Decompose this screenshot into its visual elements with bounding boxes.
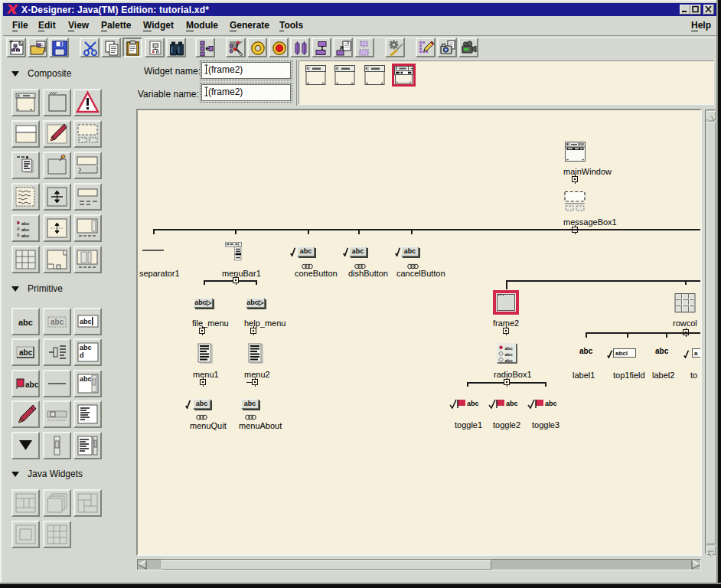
svg-text:abc: abc	[21, 234, 30, 238]
svg-text:abc: abc	[51, 318, 64, 326]
svg-text:abc: abc	[25, 381, 38, 389]
svg-text:abc: abc	[19, 348, 33, 357]
svg-text:abc: abc	[80, 318, 92, 325]
svg-text:abc: abc	[80, 375, 92, 383]
svg-text:abc: abc	[18, 318, 33, 327]
svg-text:abc: abc	[505, 352, 514, 357]
svg-text:d: d	[80, 351, 84, 359]
svg-text:abc: abc	[21, 227, 30, 232]
svg-text:abc: abc	[505, 358, 514, 363]
svg-text:abc: abc	[21, 221, 30, 226]
svg-text:abc: abc	[80, 344, 92, 351]
svg-text:abc: abc	[505, 346, 514, 351]
